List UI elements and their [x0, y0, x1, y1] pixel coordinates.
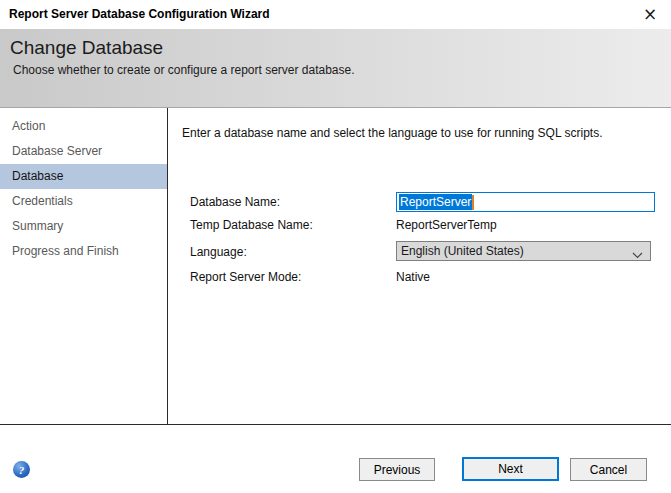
report-server-mode-value: Native [396, 270, 430, 284]
language-selected-value: English (United States) [401, 244, 524, 258]
language-label: Language: [190, 245, 247, 259]
page-title: Change Database [10, 37, 163, 59]
window-title: Report Server Database Configuration Wiz… [9, 7, 270, 21]
footer-bar: ? Previous Next Cancel [0, 425, 671, 493]
next-button[interactable]: Next [462, 457, 559, 481]
database-name-input[interactable]: ReportServer [396, 192, 655, 212]
close-icon: × [643, 4, 657, 24]
sidebar-item-database[interactable]: Database [0, 164, 167, 189]
temp-database-name-label: Temp Database Name: [190, 218, 313, 232]
close-button[interactable]: × [633, 0, 667, 29]
sidebar-item-progress-and-finish[interactable]: Progress and Finish [0, 239, 167, 264]
database-name-label: Database Name: [190, 195, 280, 209]
wizard-window: Report Server Database Configuration Wiz… [0, 0, 671, 493]
step-instruction: Enter a database name and select the lan… [182, 126, 603, 140]
language-select[interactable]: English (United States) [396, 241, 651, 261]
help-icon: ? [19, 464, 25, 476]
title-bar: Report Server Database Configuration Wiz… [0, 0, 671, 29]
sidebar-item-database-server[interactable]: Database Server [0, 139, 167, 164]
help-button[interactable]: ? [13, 461, 30, 478]
wizard-steps-nav: Action Database Server Database Credenti… [0, 108, 167, 424]
sidebar-item-credentials[interactable]: Credentials [0, 189, 167, 214]
selected-text: ReportServer [399, 194, 472, 210]
report-server-mode-label: Report Server Mode: [190, 270, 301, 284]
previous-button[interactable]: Previous [359, 458, 435, 481]
cancel-button[interactable]: Cancel [570, 458, 647, 481]
text-caret [472, 195, 474, 210]
database-step-panel: Enter a database name and select the lan… [168, 108, 671, 424]
wizard-header: Change Database Choose whether to create… [0, 29, 671, 108]
page-subtitle: Choose whether to create or configure a … [13, 63, 355, 77]
chevron-down-icon [632, 248, 643, 262]
sidebar-item-summary[interactable]: Summary [0, 214, 167, 239]
sidebar-item-action[interactable]: Action [0, 114, 167, 139]
temp-database-name-value: ReportServerTemp [396, 218, 497, 232]
